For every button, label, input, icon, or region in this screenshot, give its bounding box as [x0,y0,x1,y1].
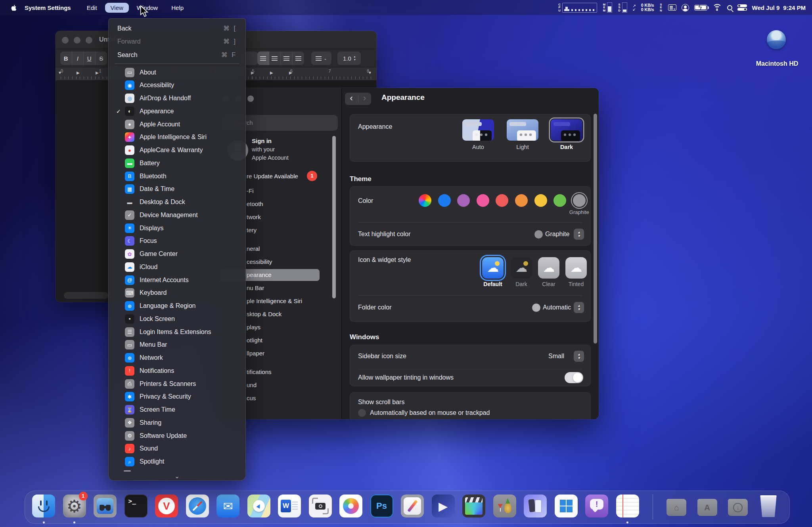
viewmenu-item-sharing[interactable]: ❖Sharing [113,416,241,429]
cpu-label: CPU [557,3,561,12]
viewmenu-item-game-center[interactable]: ✿Game Center [113,248,241,260]
dock-item-photos[interactable] [339,495,362,517]
dock-item-word[interactable]: W [278,495,301,517]
dock-item-trash[interactable] [757,495,780,517]
viewmenu-item-displays[interactable]: ☀Displays [113,222,241,234]
battery-icon[interactable]: ϟ [694,5,707,11]
game-center-icon: ✿ [125,249,134,259]
viewmenu-item-apple-account[interactable]: ●Apple Account [113,118,241,130]
icon-glyph: B [128,174,132,179]
viewmenu-item-screen-time[interactable]: ⌛Screen Time [113,404,241,416]
running-indicator [73,521,75,523]
dock-item-safari[interactable] [186,495,209,517]
cpu-widget[interactable]: CPU [557,3,597,13]
mem-widget[interactable]: MEM [602,2,612,13]
menu-item-label: Search [117,52,138,59]
network-arrows-icon[interactable]: ↗↙ [632,4,636,11]
dock-item-windows11[interactable] [555,495,578,517]
viewmenu-item-accessibility[interactable]: ◉Accessibility [113,79,241,92]
viewmenu-item-about[interactable]: ▭About [113,66,241,78]
dock-item-downloads-folder[interactable]: ↓ [726,495,749,517]
mem-bar [607,2,612,13]
viewmenu-item-login-items-extensions[interactable]: ☰Login Items & Extensions [113,326,241,338]
terminal-icon: >_ [124,495,147,517]
menubar-menu-view[interactable]: View [105,3,129,13]
dock-item-windows-app[interactable]: ▶ [432,495,455,517]
menubar-menu-help[interactable]: Help [166,3,189,13]
menubar-menu-edit[interactable]: Edit [81,3,103,13]
viewmenu-item-date-time[interactable]: ▦Date & Time [113,183,241,195]
sensors-label[interactable]: SEN [659,3,663,12]
menu-item-label: Focus [140,237,157,244]
mem-label: MEM [602,3,606,12]
icon-glyph: ◎ [127,96,132,101]
dock-item-terminal[interactable]: >_ [124,495,147,517]
icon-glyph: ✓ [128,212,132,218]
dock-item-iphone-mirroring[interactable] [524,495,547,517]
viewmenu-item-language-region[interactable]: ⊕Language & Region [113,300,241,312]
dock-item-handbrake[interactable] [493,495,516,517]
dock-item-maps[interactable]: ▲ [247,495,270,517]
viewmenu-item-printers-scanners[interactable]: ⎙Printers & Scanners [113,378,241,390]
notes-icon [616,495,639,517]
viewmenu-item-privacy-security[interactable]: ✱Privacy & Security [113,391,241,403]
viewmenu-item-spotlight[interactable]: ⌕Spotlight [113,456,241,468]
viewmenu-item-software-update[interactable]: ⚙Software Update [113,430,241,442]
menubar-app-name[interactable]: System Settings [25,4,71,11]
menu-item-label: AppleCare & Warranty [140,147,203,154]
viewmenu-item-keyboard[interactable]: ⌨Keyboard [113,287,241,299]
menu-item-label: Device Management [140,212,198,219]
dock-item-vivaldi[interactable]: V [155,495,178,517]
viewmenu-item-menu-bar[interactable]: ▭Menu Bar [113,339,241,351]
dock-item-screen-sharing[interactable] [94,495,117,517]
word-icon: W [278,495,301,517]
dock-item-final-cut[interactable] [462,495,485,517]
screenshot-icon [309,495,332,517]
finder-icon [32,495,55,517]
dock-item-screenshot[interactable] [309,495,332,517]
dock-item-applications-folder[interactable]: A [696,495,719,517]
viewmenu-item-lock-screen[interactable]: ▪Lock Screen [113,313,241,325]
spotlight-search-icon[interactable] [727,5,732,10]
network-rates[interactable]: 0 KB/s 0 KB/s [641,3,654,12]
viewmenu-item-battery[interactable]: ▬Battery [113,157,241,169]
menubar-clock[interactable]: Wed Jul 9 9:24 PM [752,4,806,11]
dock-item-pixelmator[interactable] [401,495,424,517]
dock-item-notes[interactable] [616,495,639,517]
dock-item-photoshop[interactable]: Ps [370,495,393,517]
viewmenu-item-notifications[interactable]: !Notifications [113,365,241,377]
viewmenu-item-sound[interactable]: ♪Sound [113,443,241,455]
dock-item-finder[interactable] [32,495,55,517]
viewmenu-item-focus[interactable]: ☾Focus [113,235,241,247]
viewmenu-command-back[interactable]: Back⌘ [ [113,22,241,34]
control-center-icon[interactable] [737,4,747,11]
icon-glyph: ⚙ [127,433,132,438]
viewmenu-item-desktop-dock[interactable]: ▬Desktop & Dock [113,196,241,208]
apple-menu-icon[interactable] [10,3,18,12]
viewmenu-item-network[interactable]: ⊕Network [113,352,241,364]
icon-glyph: ✿ [128,252,132,257]
word-block: W [281,500,291,512]
window-manager-icon[interactable] [668,4,676,11]
vivaldi-icon: V [155,495,178,517]
clipped-item-indicator [124,470,131,472]
viewmenu-item-apple-intelligence-siri[interactable]: ✦Apple Intelligence & Siri [113,131,241,143]
dock-item-system-settings[interactable]: ⚙1 [63,495,86,517]
dock-item-home-folder[interactable]: ⌂ [665,495,688,517]
viewmenu-item-internet-accounts[interactable]: @Internet Accounts [113,274,241,286]
ssd-widget[interactable]: SSD [617,2,627,13]
dock-item-feedback[interactable]: ! [585,495,608,517]
viewmenu-item-bluetooth[interactable]: BBluetooth [113,170,241,182]
scroll-more-chevron-icon[interactable]: ⌄ [109,473,245,480]
user-account-icon[interactable] [682,4,689,11]
dock-item-mail[interactable]: ✉ [216,495,239,517]
viewmenu-item-device-management[interactable]: ✓Device Management [113,209,241,221]
viewmenu-item-applecare-warranty[interactable]: ●AppleCare & Warranty [113,144,241,157]
viewmenu-item-icloud[interactable]: ☁iCloud [113,261,241,273]
wifi-icon[interactable] [712,4,722,11]
viewmenu-command-search[interactable]: Search⌘ F [113,49,241,61]
viewmenu-item-appearance[interactable]: ✓◐Appearance [113,105,241,117]
language-region-icon: ⊕ [125,301,134,311]
viewmenu-item-airdrop-handoff[interactable]: ◎AirDrop & Handoff [113,92,241,105]
viewmenu-command-forward[interactable]: Forward⌘ ] [113,35,241,48]
